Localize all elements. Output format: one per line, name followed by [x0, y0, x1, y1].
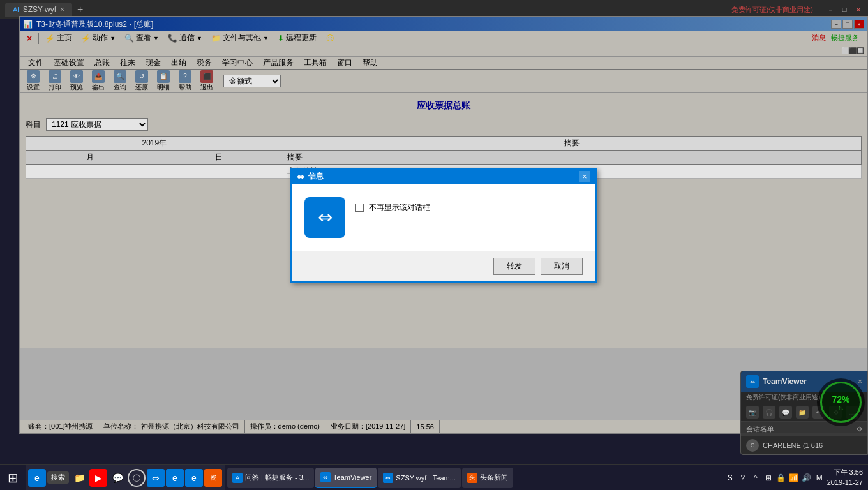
- app-icon-tv: ⇔: [320, 472, 331, 482]
- date-display: 2019-11-27: [827, 478, 863, 487]
- top-notice: 免费许可证(仅非商业用途): [731, 5, 821, 15]
- running-apps: A 问答 | 畅捷服务 - 3... ⇔ TeamViewer ⇔ SZSY-w…: [225, 465, 516, 491]
- dialog-titlebar: ⇔ 信息 ×: [292, 169, 595, 184]
- tray-input-icon[interactable]: M: [814, 473, 825, 483]
- ql-ie2-icon[interactable]: e: [185, 469, 203, 487]
- app-icon-cj: A: [232, 473, 243, 483]
- app-icon-news: 头: [467, 473, 477, 483]
- dialog-overlay: ⇔ 信息 × ⇔ 不再显示该对话框: [20, 17, 867, 433]
- tray-icon-2[interactable]: ?: [738, 473, 748, 483]
- ql-tv-icon[interactable]: ⇔: [147, 469, 165, 487]
- dialog-body: ⇔ 不再显示该对话框: [292, 184, 595, 251]
- tray-icon-1[interactable]: S: [725, 473, 735, 483]
- app-icon-szsy: ⇔: [383, 473, 393, 483]
- tv-session-name: CHARLENE (1 616: [763, 442, 823, 449]
- dialog-checkbox[interactable]: [355, 204, 364, 212]
- dialog-title: 信息: [308, 171, 579, 182]
- taskbar-app-cj[interactable]: A 问答 | 畅捷服务 - 3...: [227, 468, 314, 488]
- win-minimize[interactable]: －: [826, 5, 835, 14]
- quick-launch-area: e 搜索 📁 ▶ 💬 ◯ ⇔ e e 资: [26, 465, 225, 491]
- taskbar-app-szsy[interactable]: ⇔ SZSY-wyf - Team...: [378, 468, 461, 488]
- taskbar-app-news-label: 头条新闻: [480, 473, 508, 482]
- ql-edge-icon[interactable]: e: [166, 469, 184, 487]
- time-display: 下午 3:56: [827, 468, 863, 477]
- tray-icon-3[interactable]: ⊞: [763, 473, 774, 483]
- new-tab-btn[interactable]: +: [77, 4, 83, 15]
- tray-icon-4[interactable]: 🔒: [776, 473, 786, 483]
- win-restore[interactable]: □: [840, 5, 849, 14]
- start-button[interactable]: ⊞: [0, 465, 26, 491]
- tv-session-avatar: C: [746, 439, 759, 452]
- forward-btn[interactable]: 转发: [493, 258, 535, 275]
- teamviewer-logo-icon: ⇔: [304, 197, 345, 238]
- taskbar-right: S ? ^ ⊞ 🔒 📶 🔊 M 下午 3:56 2019-11-27: [720, 468, 868, 487]
- taskbar-app-szsy-label: SZSY-wyf - Team...: [396, 474, 456, 482]
- taskbar-time: 下午 3:56 2019-11-27: [827, 468, 863, 487]
- dialog-title-icon: ⇔: [297, 172, 304, 182]
- ql-video-icon[interactable]: ▶: [89, 469, 107, 487]
- taskbar-app-tv-label: TeamViewer: [333, 473, 371, 481]
- tray-volume-icon[interactable]: 🔊: [802, 473, 812, 483]
- tv-arrows-icon: ⇔: [318, 207, 333, 228]
- ql-search-btn[interactable]: 搜索: [47, 471, 69, 484]
- info-dialog: ⇔ 信息 × ⇔ 不再显示该对话框: [290, 168, 597, 283]
- start-icon: ⊞: [8, 470, 19, 486]
- win-close[interactable]: ×: [854, 5, 863, 14]
- tray-expand-btn[interactable]: ^: [751, 473, 761, 483]
- cancel-btn[interactable]: 取消: [541, 258, 583, 275]
- ql-ie-icon[interactable]: e: [28, 469, 46, 487]
- dialog-message: 不再显示该对话框: [355, 202, 430, 213]
- app-window: 📊 T3-财务通普及版10.8plus2 - [总账] － □ × × ⚡ 主页…: [19, 16, 868, 434]
- tv-session-item: C CHARLENE (1 616: [741, 436, 867, 454]
- system-tray: S ? ^ ⊞ 🔒 📶 🔊 M: [725, 473, 825, 483]
- tray-network-icon[interactable]: 📶: [789, 473, 799, 483]
- ql-browser-icon[interactable]: ◯: [128, 469, 146, 487]
- dialog-checkbox-label: 不再显示该对话框: [369, 202, 430, 213]
- dialog-footer: 转发 取消: [292, 251, 595, 281]
- tab-close-btn[interactable]: ×: [60, 5, 64, 14]
- ql-news-icon[interactable]: 资: [204, 469, 222, 487]
- taskbar-app-news[interactable]: 头 头条新闻: [462, 468, 513, 488]
- ql-wechat-icon[interactable]: 💬: [108, 469, 126, 487]
- browser-tab[interactable]: Ai SZSY-wyf ×: [5, 3, 72, 17]
- tab-label: SZSY-wyf: [23, 5, 56, 14]
- taskbar-app-tv[interactable]: ⇔ TeamViewer: [315, 468, 377, 488]
- taskbar: ⊞ e 搜索 📁 ▶ 💬 ◯ ⇔ e e 资 A 问答 | 畅捷服务 - 3..…: [0, 464, 868, 490]
- dialog-close-btn[interactable]: ×: [579, 171, 590, 182]
- ql-folder-icon[interactable]: 📁: [70, 469, 88, 487]
- taskbar-app-cj-label: 问答 | 畅捷服务 - 3...: [245, 473, 309, 482]
